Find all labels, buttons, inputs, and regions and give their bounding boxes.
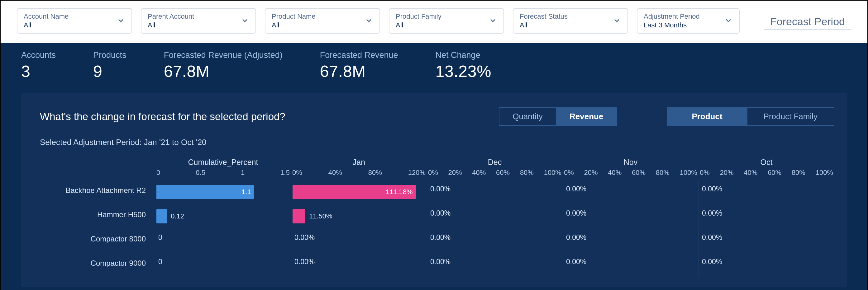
bar-value: 0.00% — [428, 209, 451, 217]
kpi-label: Accounts — [21, 50, 56, 60]
bar-value: 0 — [156, 258, 162, 266]
chart-cell: 0.00% — [699, 205, 834, 229]
axis-tick: 1 — [241, 169, 245, 177]
axis-tick: 0% — [292, 169, 302, 177]
kpi-value: 13.23% — [436, 62, 491, 81]
axis-tick: 80% — [368, 169, 382, 177]
chevron-down-icon — [489, 16, 497, 26]
filter-account-name[interactable]: Account Name All — [17, 8, 132, 34]
chart-cell: 0.00% — [699, 229, 834, 253]
axis-tick: 0% — [428, 169, 438, 177]
kpi-accounts: Accounts 3 — [21, 50, 56, 81]
kpi-value: 3 — [21, 62, 56, 81]
chart-cell: 0.00% — [563, 205, 699, 229]
filter-parent-account[interactable]: Parent Account All — [141, 8, 256, 34]
axis-tick: 20% — [448, 169, 462, 177]
filter-value: All — [272, 21, 316, 29]
filter-label: Product Name — [272, 12, 316, 21]
axis-ticks: 0%40%80%120% — [291, 169, 427, 180]
filter-label: Adjustment Period — [644, 12, 700, 21]
chart-cell: 0.00% — [427, 253, 563, 278]
filter-label: Account Name — [24, 12, 68, 21]
chart-cell: 0.00% — [699, 253, 834, 278]
bar-value: 0.00% — [700, 258, 722, 266]
axis-tick: 80% — [792, 169, 805, 177]
axis-tick: 40% — [744, 169, 757, 177]
axis-tick: 0.5 — [196, 169, 205, 177]
axis-spacer — [40, 169, 155, 180]
bar-value: 0.00% — [564, 233, 586, 242]
chart-cell: 0.00% — [291, 253, 427, 278]
chevron-down-icon — [241, 16, 249, 26]
chart-cell: 0.00% — [699, 180, 834, 205]
bar-value: 0.00% — [428, 233, 451, 242]
bar-value: 0.00% — [428, 258, 451, 266]
axis-ticks: 00.511.5 — [155, 169, 291, 180]
bar-value: 0.00% — [292, 258, 315, 266]
segmented-dimension: Product Product Family — [667, 107, 834, 126]
axis-ticks: 0%20%40%60%80%100% — [563, 169, 699, 180]
chart-header: What's the change in forecast for the se… — [40, 107, 834, 126]
axis-tick: 100% — [816, 169, 833, 177]
axis-tick: 100% — [680, 169, 697, 177]
bar-value: 11.50% — [309, 212, 333, 220]
axis-tick: 40% — [472, 169, 486, 177]
row-label: Compactor 8000 — [40, 229, 155, 253]
kpi-label: Forecasted Revenue — [320, 50, 398, 60]
seg-revenue[interactable]: Revenue — [556, 107, 617, 126]
filter-adjustment-period[interactable]: Adjustment Period Last 3 Months — [637, 8, 740, 34]
axis-tick: 120% — [408, 169, 426, 177]
chart-cell: 0.00% — [427, 229, 563, 253]
chart-cell: 0.12 — [155, 205, 291, 229]
chevron-down-icon — [613, 16, 621, 26]
axis-tick: 40% — [608, 169, 622, 177]
bar-value: 0.00% — [700, 185, 722, 193]
axis-ticks: 0%20%40%60%80%100% — [427, 169, 563, 180]
axis-tick: 80% — [520, 169, 534, 177]
row-label: Compactor 9000 — [40, 253, 155, 278]
column-header: Cumulative_Percent — [155, 158, 291, 169]
chart-subtitle: Selected Adjustment Period: Jan '21 to O… — [40, 138, 834, 147]
chart-title: What's the change in forecast for the se… — [40, 111, 285, 122]
seg-product[interactable]: Product — [667, 107, 747, 126]
bar: 0.12 — [156, 209, 167, 223]
axis-tick: 20% — [584, 169, 598, 177]
bar-value: 111.18% — [386, 188, 413, 196]
bar: 111.18% — [292, 185, 416, 199]
segmented-metric: Quantity Revenue — [499, 107, 617, 126]
chevron-down-icon — [117, 16, 125, 26]
chart-cell: 0.00% — [291, 229, 427, 253]
filter-product-family[interactable]: Product Family All — [389, 8, 504, 34]
forecast-period-input[interactable]: Forecast Period — [764, 12, 851, 30]
chart-cell: 0.00% — [563, 253, 699, 278]
axis-ticks: 0%20%40%60%80%100% — [699, 169, 834, 180]
kpi-value: 9 — [93, 62, 126, 81]
chart-cell: 111.18% — [291, 180, 427, 205]
filter-value: All — [520, 21, 568, 29]
chart-cell: 0 — [155, 229, 291, 253]
axis-tick: 0 — [156, 169, 160, 177]
filter-value: All — [148, 21, 194, 29]
kpi-value: 67.8M — [320, 62, 398, 81]
seg-quantity[interactable]: Quantity — [499, 107, 556, 126]
chart-cell: 1.1 — [155, 180, 291, 205]
filter-label: Product Family — [396, 12, 441, 21]
kpi-forecasted-revenue-adjusted: Forecasted Revenue (Adjusted) 67.8M — [164, 50, 283, 81]
kpi-label: Net Change — [436, 50, 491, 60]
kpi-forecasted-revenue: Forecasted Revenue 67.8M — [320, 50, 398, 81]
chart-grid: Cumulative_PercentJanDecNovOct00.511.50%… — [40, 158, 834, 278]
axis-tick: 0% — [700, 169, 710, 177]
bar-value: 0.12 — [171, 212, 184, 220]
filter-forecast-status[interactable]: Forecast Status All — [513, 8, 628, 34]
filter-product-name[interactable]: Product Name All — [265, 8, 380, 34]
bar-value: 0.00% — [564, 185, 586, 193]
column-header: Nov — [563, 158, 699, 169]
axis-tick: 100% — [544, 169, 561, 177]
seg-product-family[interactable]: Product Family — [747, 107, 834, 126]
filter-value: Last 3 Months — [644, 21, 700, 29]
kpi-label: Forecasted Revenue (Adjusted) — [164, 50, 283, 60]
bar-value: 0.00% — [564, 258, 586, 266]
chart-cell: 11.50% — [291, 205, 427, 229]
bar-value: 0.00% — [700, 233, 722, 242]
kpi-products: Products 9 — [93, 50, 126, 81]
